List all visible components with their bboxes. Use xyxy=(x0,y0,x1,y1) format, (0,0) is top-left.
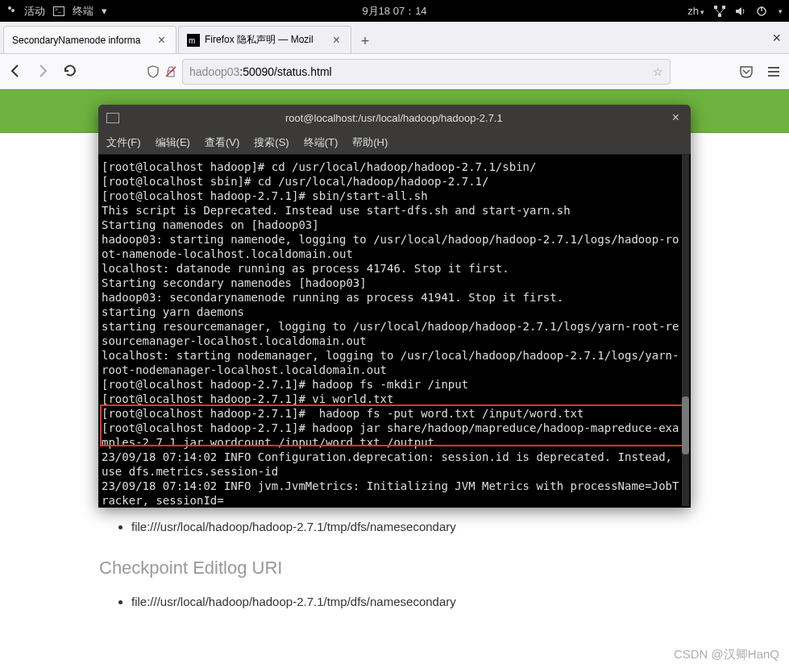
ime-indicator[interactable]: zh▾ xyxy=(687,5,704,17)
watermark: CSDN @汉卿HanQ xyxy=(674,647,779,662)
terminal-body[interactable]: [root@localhost hadoop]# cd /usr/local/h… xyxy=(98,155,691,508)
terminal-indicator-icon xyxy=(53,6,64,16)
editlog-dir-list: file:///usr/local/hadoop/hadoop-2.7.1/tm… xyxy=(131,595,684,608)
terminal-scrollbar[interactable] xyxy=(682,155,689,506)
tab-firefox-privacy[interactable]: m Firefox 隐私声明 — Mozil × xyxy=(178,26,351,53)
volume-icon[interactable] xyxy=(735,6,746,17)
svg-text:m: m xyxy=(189,36,195,45)
gnome-topbar: 活动 终端 ▾ 9月18 07：14 zh▾ ▾ xyxy=(0,0,789,22)
bookmark-icon[interactable]: ☆ xyxy=(653,65,663,78)
address-bar[interactable]: hadoop03:50090/status.html ☆ xyxy=(182,59,671,85)
list-item: file:///usr/local/hadoop/hadoop-2.7.1/tm… xyxy=(131,595,684,608)
forward-button[interactable] xyxy=(35,64,52,80)
tab-label: Firefox 隐私声明 — Mozil xyxy=(205,33,330,47)
app-menu-label[interactable]: 终端 xyxy=(73,4,93,19)
tab-bar: SecondaryNamenode informa × m Firefox 隐私… xyxy=(0,22,789,54)
reload-button[interactable] xyxy=(63,64,79,80)
svg-rect-3 xyxy=(722,6,725,9)
menu-terminal[interactable]: 终端(T) xyxy=(304,135,338,150)
menu-edit[interactable]: 编辑(E) xyxy=(156,135,190,150)
list-item: file:///usr/local/hadoop/hadoop-2.7.1/tm… xyxy=(131,520,684,533)
close-icon[interactable]: × xyxy=(669,110,683,125)
footprint-icon xyxy=(6,5,16,17)
power-icon[interactable] xyxy=(756,6,767,17)
svg-rect-2 xyxy=(714,6,717,9)
back-button[interactable] xyxy=(8,64,24,80)
menu-help[interactable]: 帮助(H) xyxy=(352,135,388,150)
terminal-title: root@localhost:/usr/local/hadoop/hadoop-… xyxy=(119,112,669,124)
terminal-output: [root@localhost hadoop]# cd /usr/local/h… xyxy=(102,160,684,508)
mozilla-icon: m xyxy=(187,34,200,47)
terminal-window: root@localhost:/usr/local/hadoop/hadoop-… xyxy=(98,105,691,508)
url-text: hadoop03:50090/status.html xyxy=(189,65,653,78)
editlog-heading: Checkpoint Editlog URI xyxy=(99,558,684,579)
clock[interactable]: 9月18 07：14 xyxy=(362,4,426,19)
menu-search[interactable]: 搜索(S) xyxy=(254,135,289,150)
network-icon[interactable] xyxy=(714,6,725,17)
activities-button[interactable]: 活动 xyxy=(24,4,45,19)
close-icon[interactable]: × xyxy=(156,33,168,48)
svg-point-0 xyxy=(8,6,11,10)
pocket-icon[interactable] xyxy=(739,64,754,79)
window-close-icon[interactable]: × xyxy=(772,30,781,47)
terminal-icon xyxy=(106,113,119,123)
system-menu-icon[interactable]: ▾ xyxy=(779,7,783,15)
menu-view[interactable]: 查看(V) xyxy=(205,135,239,150)
close-icon[interactable]: × xyxy=(330,33,343,48)
hamburger-menu-icon[interactable] xyxy=(766,64,781,79)
checkpoint-dir-list: file:///usr/local/hadoop/hadoop-2.7.1/tm… xyxy=(131,520,684,533)
tab-label: SecondaryNamenode informa xyxy=(12,35,156,46)
browser-toolbar: hadoop03:50090/status.html ☆ xyxy=(0,54,789,89)
shield-icon[interactable] xyxy=(147,65,164,78)
insecure-icon[interactable] xyxy=(164,65,182,78)
annotation-box xyxy=(100,404,683,446)
tab-secondarynamenode[interactable]: SecondaryNamenode informa × xyxy=(3,26,176,53)
dropdown-icon: ▾ xyxy=(102,5,107,17)
menu-file[interactable]: 文件(F) xyxy=(106,135,141,150)
terminal-titlebar[interactable]: root@localhost:/usr/local/hadoop/hadoop-… xyxy=(98,105,691,131)
page-content: file:///usr/local/hadoop/hadoop-2.7.1/tm… xyxy=(0,520,789,608)
new-tab-button[interactable]: + xyxy=(353,33,377,53)
terminal-menubar: 文件(F) 编辑(E) 查看(V) 搜索(S) 终端(T) 帮助(H) xyxy=(98,131,691,155)
scrollbar-thumb[interactable] xyxy=(682,396,689,454)
svg-point-1 xyxy=(11,9,15,12)
